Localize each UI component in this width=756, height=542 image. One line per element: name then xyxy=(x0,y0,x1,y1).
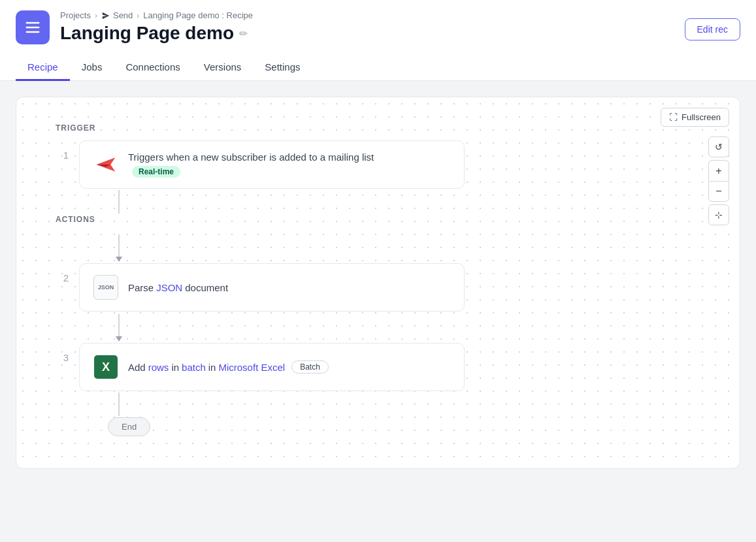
step-3-batch-link[interactable]: batch xyxy=(182,362,206,373)
connector-line-1 xyxy=(118,234,120,261)
fullscreen-button[interactable]: ⛶ Fullscreen xyxy=(661,108,729,127)
breadcrumb-arrow-2: › xyxy=(137,11,139,20)
end-node[interactable]: End xyxy=(108,417,150,436)
step-card-3[interactable]: X Add rows in batch in Microsoft Excel B… xyxy=(79,343,465,391)
step-number-3: 3 xyxy=(56,343,69,363)
batch-badge: Batch xyxy=(291,360,329,374)
actions-label-row: ACTIONS xyxy=(56,215,700,224)
step-2-text: Parse JSON document xyxy=(128,282,228,293)
list-icon xyxy=(24,18,42,37)
json-icon-text: JSON xyxy=(98,285,114,291)
connector-1 xyxy=(56,232,700,263)
excel-icon-wrap: X xyxy=(93,354,119,380)
tabs-nav: Recipe Jobs Connections Versions Setting… xyxy=(16,55,740,80)
step-3-in2: in xyxy=(208,362,216,373)
app-icon xyxy=(16,10,50,44)
breadcrumb-projects[interactable]: Projects xyxy=(60,10,91,20)
fullscreen-icon: ⛶ xyxy=(669,112,678,122)
zoom-center-button[interactable]: ⊹ xyxy=(708,204,729,225)
breadcrumb-current: Langing Page demo : Recipe xyxy=(143,10,253,20)
svg-rect-2 xyxy=(26,31,40,33)
json-icon-wrap: JSON xyxy=(93,274,119,300)
breadcrumb-send[interactable]: Send xyxy=(101,10,133,20)
trigger-icon-wrap xyxy=(93,151,119,178)
recipe-flow: TRIGGER 1 Triggers when a new subscribe xyxy=(16,97,740,462)
tab-connections[interactable]: Connections xyxy=(114,55,191,81)
json-icon: JSON xyxy=(93,275,118,300)
step-3-text: Add rows in batch in Microsoft Excel Bat… xyxy=(128,360,329,374)
step-3-excel-link[interactable]: Microsoft Excel xyxy=(218,362,285,373)
step-1-content: Triggers when a new subscriber is added … xyxy=(128,151,374,178)
step-row-2: 2 JSON Parse JSON document xyxy=(56,263,700,311)
connector-line-3 xyxy=(118,392,120,416)
realtime-badge: Real-time xyxy=(132,166,180,178)
step-card-1[interactable]: Triggers when a new subscriber is added … xyxy=(79,140,465,189)
step-number-2: 2 xyxy=(56,263,69,283)
canvas-container: ⛶ Fullscreen ↺ + − ⊹ TRIGGER 1 xyxy=(16,97,740,469)
page-title: Langing Page demo xyxy=(60,23,234,44)
edit-recipe-button[interactable]: Edit rec xyxy=(685,18,740,40)
breadcrumb: Projects › Send › Langing Page demo : Re… xyxy=(60,10,253,20)
step-1-badge-row: Real-time xyxy=(128,165,374,178)
connector-3 xyxy=(56,391,700,417)
trigger-connector-line xyxy=(118,190,120,214)
tab-recipe[interactable]: Recipe xyxy=(16,55,70,81)
zoom-reset-button[interactable]: ↺ xyxy=(708,136,729,157)
page-title-row: Langing Page demo ✏ xyxy=(60,23,253,44)
step-number-1: 1 xyxy=(56,140,69,161)
connector-arrow-1 xyxy=(116,257,122,262)
send-icon-small xyxy=(101,11,110,20)
step-2-before: Parse xyxy=(128,282,154,293)
step-2-json-link[interactable]: JSON xyxy=(156,282,182,293)
fullscreen-label: Fullscreen xyxy=(682,112,721,122)
connector-2 xyxy=(56,311,700,343)
header-top: Projects › Send › Langing Page demo : Re… xyxy=(16,10,740,52)
svg-rect-1 xyxy=(26,27,40,28)
step-2-after: document xyxy=(185,282,228,293)
step-1-text: Triggers when a new subscriber is added … xyxy=(128,151,374,163)
header-title-area: Projects › Send › Langing Page demo : Re… xyxy=(60,10,253,44)
tab-versions[interactable]: Versions xyxy=(192,55,254,81)
connector-arrow-2 xyxy=(116,336,122,342)
step-card-2[interactable]: JSON Parse JSON document xyxy=(79,263,465,311)
header-left: Projects › Send › Langing Page demo : Re… xyxy=(16,10,253,44)
excel-icon: X xyxy=(94,355,118,379)
pencil-icon[interactable]: ✏ xyxy=(239,27,248,40)
send-trigger-icon xyxy=(94,153,118,176)
trigger-connector xyxy=(56,189,700,215)
page-header: Projects › Send › Langing Page demo : Re… xyxy=(0,0,756,81)
svg-rect-0 xyxy=(26,22,40,24)
breadcrumb-arrow-1: › xyxy=(95,11,97,20)
step-1-description: Triggers when a new subscriber is added … xyxy=(128,151,374,163)
tab-jobs[interactable]: Jobs xyxy=(70,55,114,81)
zoom-out-button[interactable]: − xyxy=(708,181,729,202)
trigger-section-label: TRIGGER xyxy=(56,123,700,133)
step-3-add: Add xyxy=(128,362,146,373)
step-3-rows-link[interactable]: rows xyxy=(148,362,169,373)
zoom-in-button[interactable]: + xyxy=(708,160,729,181)
actions-section-label: ACTIONS xyxy=(56,215,700,224)
connector-line-2 xyxy=(118,314,120,340)
end-row: End xyxy=(56,417,700,436)
tab-settings[interactable]: Settings xyxy=(253,55,312,81)
zoom-controls: ↺ + − ⊹ xyxy=(708,136,729,225)
step-row-1: 1 Triggers when a new subscriber is adde… xyxy=(56,140,700,189)
canvas-area: ⛶ Fullscreen ↺ + − ⊹ TRIGGER 1 xyxy=(0,81,756,485)
step-3-in1: in xyxy=(171,362,179,373)
header-right: Edit rec xyxy=(685,10,740,40)
step-row-3: 3 X Add rows in batch in Microsoft Excel… xyxy=(56,343,700,391)
